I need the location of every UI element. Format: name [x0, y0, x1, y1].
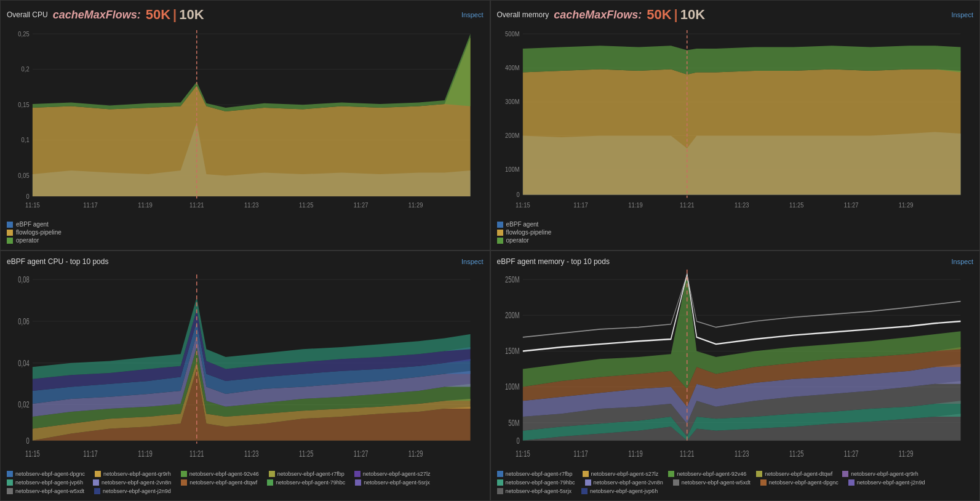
svg-text:11:17: 11:17 [573, 449, 588, 459]
svg-text:11:25: 11:25 [299, 449, 314, 459]
panel-ebpf-cpu: eBPF agent CPU - top 10 pods Inspect 0,0… [0, 250, 490, 501]
legend-item-flowlogs-mem: flowlogs-pipeline [497, 229, 974, 236]
svg-text:11:29: 11:29 [898, 449, 913, 459]
svg-text:0,05: 0,05 [18, 172, 30, 179]
svg-text:100M: 100M [505, 166, 520, 174]
legend-item-flowlogs: flowlogs-pipeline [7, 229, 484, 236]
legend-ebpf-cpu: netobserv-ebpf-agent-dpgnc netobserv-ebp… [7, 471, 484, 494]
legend-item-dpgnc: netobserv-ebpf-agent-dpgnc [7, 471, 85, 477]
inspect-button-ebpf-cpu[interactable]: Inspect [461, 258, 483, 265]
svg-text:400M: 400M [505, 64, 520, 71]
svg-text:11:25: 11:25 [299, 201, 314, 209]
svg-text:11:15: 11:15 [516, 449, 530, 459]
svg-text:11:29: 11:29 [408, 449, 423, 459]
svg-text:0: 0 [516, 191, 520, 199]
svg-text:11:15: 11:15 [25, 201, 40, 209]
svg-text:300M: 300M [505, 98, 520, 105]
cache-values-memory: 50K | 10K [647, 7, 705, 23]
svg-text:11:21: 11:21 [679, 201, 694, 209]
chart-area-ebpf-cpu: 0,08 0,06 0,04 0,02 0 11:15 11:17 11:19 … [7, 270, 484, 468]
svg-text:0,15: 0,15 [18, 101, 30, 108]
panel-overall-memory: Overall memory cacheMaxFlows: 50K | 10K … [490, 0, 981, 250]
svg-text:11:27: 11:27 [354, 201, 368, 209]
svg-text:11:23: 11:23 [244, 201, 259, 209]
svg-text:0,1: 0,1 [22, 137, 30, 144]
chart-area-overall-memory: 500M 400M 300M 200M 100M 0 11:15 11:17 1… [497, 26, 974, 218]
panel-ebpf-memory-header: eBPF agent memory - top 10 pods Inspect [497, 257, 974, 266]
svg-text:11:25: 11:25 [789, 201, 803, 209]
svg-text:11:17: 11:17 [83, 201, 98, 209]
svg-text:11:23: 11:23 [734, 201, 749, 209]
cache-10k-memory: 10K [680, 7, 705, 23]
legend-overall-memory: eBPF agent flowlogs-pipeline operator [497, 221, 974, 244]
svg-text:200M: 200M [505, 310, 520, 321]
svg-text:11:29: 11:29 [408, 201, 423, 209]
svg-text:11:23: 11:23 [734, 449, 749, 459]
svg-text:11:15: 11:15 [25, 449, 40, 459]
legend-item-operator-mem: operator [497, 237, 974, 244]
panel-overall-memory-header: Overall memory cacheMaxFlows: 50K | 10K … [497, 7, 974, 23]
panel-title-area: Overall CPU cacheMaxFlows: 50K | 10K [7, 7, 204, 23]
svg-text:11:19: 11:19 [628, 201, 643, 209]
svg-text:200M: 200M [505, 132, 520, 140]
svg-text:11:19: 11:19 [628, 449, 643, 459]
svg-text:0: 0 [26, 436, 29, 446]
panel-memory-title-area: Overall memory cacheMaxFlows: 50K | 10K [497, 7, 706, 23]
svg-text:11:19: 11:19 [138, 201, 153, 209]
cache-label-memory: cacheMaxFlows: [554, 9, 642, 22]
inspect-button-overall-cpu[interactable]: Inspect [461, 11, 483, 18]
cache-label-cpu: cacheMaxFlows: [53, 9, 141, 22]
legend-item-operator: operator [7, 237, 484, 244]
svg-text:11:17: 11:17 [573, 201, 588, 209]
svg-marker-14 [33, 34, 471, 111]
svg-text:11:27: 11:27 [354, 449, 368, 459]
svg-text:11:21: 11:21 [189, 201, 204, 209]
svg-text:100M: 100M [505, 382, 520, 392]
svg-text:0,2: 0,2 [22, 66, 30, 73]
svg-text:11:21: 11:21 [679, 449, 694, 459]
legend-item-ebpf: eBPF agent [7, 221, 484, 228]
legend-item-ebpf-mem: eBPF agent [497, 221, 974, 228]
svg-marker-37 [522, 70, 960, 195]
panel-overall-cpu: Overall CPU cacheMaxFlows: 50K | 10K Ins… [0, 0, 490, 250]
overall-memory-title: Overall memory [497, 10, 549, 19]
panel-overall-cpu-header: Overall CPU cacheMaxFlows: 50K | 10K Ins… [7, 7, 484, 23]
svg-text:0,08: 0,08 [18, 275, 29, 285]
svg-text:250M: 250M [505, 275, 520, 285]
svg-text:50M: 50M [508, 418, 519, 428]
svg-text:0,25: 0,25 [18, 30, 30, 38]
legend-ebpf-memory: netobserv-ebpf-agent-r7fbp netobserv-ebp… [497, 471, 974, 494]
svg-text:0,06: 0,06 [18, 316, 29, 327]
svg-text:0: 0 [26, 193, 30, 200]
svg-text:11:23: 11:23 [244, 449, 259, 459]
svg-text:11:19: 11:19 [138, 449, 153, 459]
chart-area-ebpf-memory: 250M 200M 150M 100M 50M 0 11:15 11:17 11… [497, 270, 974, 468]
overall-cpu-title: Overall CPU [7, 10, 48, 19]
chart-area-overall-cpu: 0,25 0,2 0,15 0,1 0,05 0 11:15 11:17 11:… [7, 26, 484, 218]
svg-text:11:27: 11:27 [843, 201, 858, 209]
cache-10k-cpu: 10K [179, 7, 204, 23]
svg-text:0: 0 [516, 436, 519, 446]
svg-text:0,04: 0,04 [18, 358, 29, 369]
legend-overall-cpu: eBPF agent flowlogs-pipeline operator [7, 221, 484, 244]
svg-text:500M: 500M [505, 30, 520, 38]
svg-text:11:27: 11:27 [843, 449, 858, 459]
cache-values-cpu: 50K | 10K [146, 7, 204, 23]
panel-ebpf-cpu-header: eBPF agent CPU - top 10 pods Inspect [7, 257, 484, 266]
svg-text:150M: 150M [505, 346, 520, 356]
svg-text:11:29: 11:29 [898, 201, 913, 209]
svg-text:11:21: 11:21 [189, 449, 204, 459]
panel-ebpf-memory: eBPF agent memory - top 10 pods Inspect … [490, 250, 981, 501]
ebpf-cpu-title: eBPF agent CPU - top 10 pods [7, 257, 108, 266]
cache-50k-cpu: 50K [146, 7, 170, 23]
svg-text:11:25: 11:25 [789, 449, 803, 459]
cache-50k-memory: 50K [647, 7, 671, 23]
inspect-button-ebpf-memory[interactable]: Inspect [952, 258, 973, 265]
svg-text:0,02: 0,02 [18, 399, 29, 410]
svg-text:11:15: 11:15 [516, 201, 530, 209]
svg-text:11:17: 11:17 [83, 449, 98, 459]
svg-marker-13 [33, 38, 471, 196]
ebpf-memory-title: eBPF agent memory - top 10 pods [497, 257, 610, 266]
inspect-button-overall-memory[interactable]: Inspect [952, 11, 973, 18]
